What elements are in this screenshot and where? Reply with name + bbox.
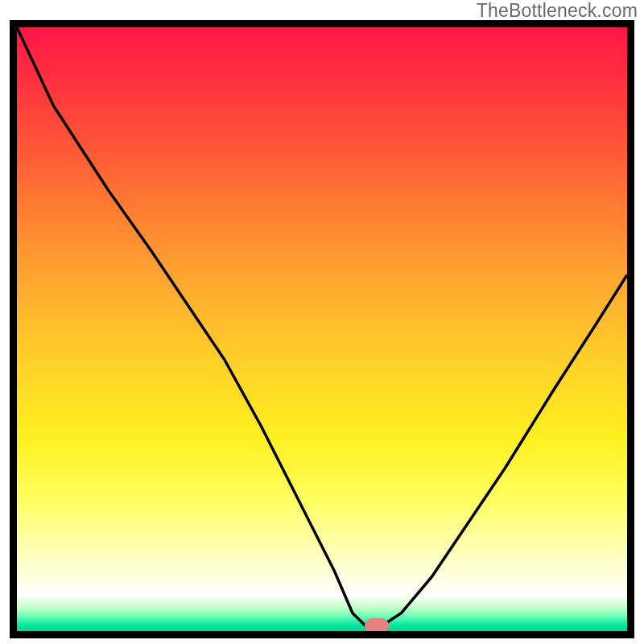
notch-marker [365, 618, 389, 633]
chart-container: TheBottleneck.com [0, 0, 644, 644]
curve-svg [17, 27, 627, 631]
bottleneck-curve-path [17, 27, 627, 625]
watermark-text: TheBottleneck.com [477, 0, 638, 22]
plot-area [10, 20, 634, 638]
